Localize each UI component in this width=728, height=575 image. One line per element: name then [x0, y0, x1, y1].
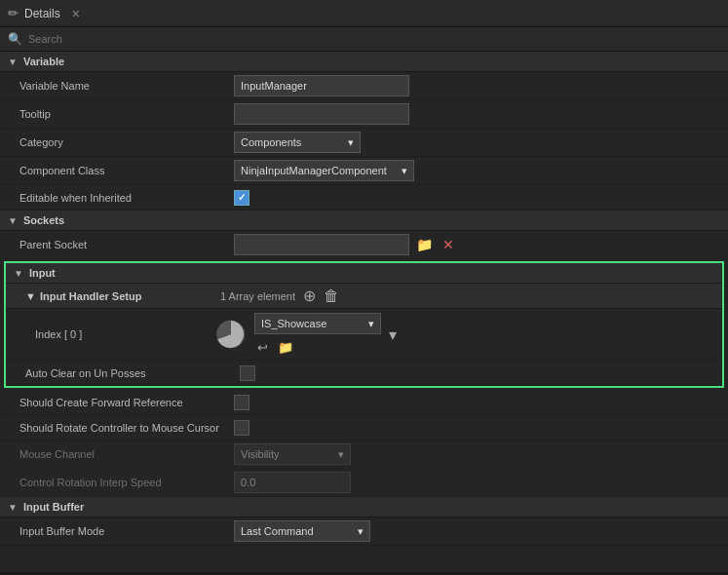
- search-icon: 🔍: [8, 32, 22, 46]
- rotate-controller-label: Should Rotate Controller to Mouse Cursor: [19, 422, 234, 434]
- array-info: 1 Array element ⊕ 🗑: [220, 288, 714, 304]
- parent-socket-input-group: 📁 ✕: [234, 234, 457, 255]
- variable-section-header[interactable]: ▼ Variable: [0, 52, 728, 72]
- tooltip-input[interactable]: [234, 103, 409, 125]
- component-class-row: Component Class NinjaInputManagerCompone…: [0, 157, 728, 185]
- rotate-controller-row: Should Rotate Controller to Mouse Cursor: [0, 415, 728, 441]
- parent-socket-value: 📁 ✕: [234, 234, 720, 255]
- variable-name-label: Variable Name: [19, 80, 234, 92]
- component-class-text: NinjaInputManagerComponent: [241, 165, 387, 176]
- is-showcase-arrow: ▾: [368, 318, 374, 330]
- forward-ref-label: Should Create Forward Reference: [19, 397, 234, 408]
- is-showcase-text: IS_Showcase: [261, 318, 326, 329]
- index-expand-button[interactable]: ▾: [389, 326, 397, 344]
- sockets-section-header[interactable]: ▼ Sockets: [0, 211, 728, 231]
- panel-title: Details: [24, 7, 60, 20]
- sockets-section-arrow: ▼: [8, 215, 18, 226]
- input-handler-arrow: ▼: [25, 290, 36, 302]
- forward-ref-value: [234, 395, 720, 410]
- component-class-dropdown[interactable]: NinjaInputManagerComponent ▾: [234, 160, 414, 181]
- input-buffer-section-header[interactable]: ▼ Input Buffer: [0, 497, 728, 518]
- control-rotation-value: [234, 472, 720, 493]
- component-class-label: Component Class: [19, 165, 234, 176]
- checkmark: ✓: [238, 192, 246, 203]
- socket-browse-button[interactable]: 📁: [413, 236, 436, 253]
- add-array-element-button[interactable]: ⊕: [303, 288, 316, 304]
- category-label: Category: [19, 136, 234, 148]
- input-buffer-mode-label: Input Buffer Mode: [19, 525, 234, 537]
- index-sub-icons: ↩ 📁: [254, 339, 381, 356]
- category-dropdown-text: Components: [241, 136, 301, 148]
- tooltip-label: Tooltip: [19, 108, 234, 120]
- parent-socket-input[interactable]: [234, 234, 409, 255]
- input-buffer-arrow: ▼: [8, 502, 18, 513]
- auto-clear-row: Auto Clear on Un Posses: [6, 361, 722, 386]
- delete-array-element-button[interactable]: 🗑: [324, 288, 339, 304]
- input-section-header[interactable]: ▼ Input: [6, 263, 722, 284]
- control-rotation-label: Control Rotation Interp Speed: [19, 477, 234, 488]
- editable-inherited-checkbox[interactable]: ✓: [234, 190, 249, 206]
- category-row: Category Components ▾: [0, 129, 728, 157]
- title-bar: ✏ Details ×: [0, 0, 728, 27]
- mouse-channel-label: Mouse Channel: [19, 448, 234, 460]
- input-buffer-mode-value: Last Command ▾: [234, 520, 720, 542]
- array-count-text: 1 Array element: [220, 290, 295, 302]
- variable-name-row: Variable Name: [0, 72, 728, 100]
- editable-inherited-row: Editable when Inherited ✓: [0, 185, 728, 211]
- index-reset-button[interactable]: ↩: [254, 339, 271, 356]
- last-command-arrow: ▾: [358, 525, 364, 538]
- input-section-label: Input: [29, 267, 56, 279]
- input-section-arrow: ▼: [14, 268, 23, 279]
- input-buffer-label: Input Buffer: [23, 501, 84, 513]
- rotate-controller-value: [234, 420, 720, 436]
- pencil-icon: ✏: [8, 6, 19, 20]
- index-label: Index [ 0 ]: [35, 328, 215, 340]
- tooltip-value: [234, 103, 720, 125]
- socket-clear-button[interactable]: ✕: [440, 236, 457, 253]
- category-dropdown-arrow: ▾: [348, 136, 354, 149]
- input-buffer-mode-row: Input Buffer Mode Last Command ▾: [0, 518, 728, 546]
- forward-ref-checkbox[interactable]: [234, 395, 249, 410]
- category-dropdown[interactable]: Components ▾: [234, 132, 361, 153]
- is-showcase-dropdown[interactable]: IS_Showcase ▾: [254, 313, 381, 334]
- variable-section-arrow: ▼: [8, 57, 18, 67]
- variable-name-input[interactable]: [234, 75, 409, 96]
- component-class-value: NinjaInputManagerComponent ▾: [234, 160, 720, 181]
- variable-section-label: Variable: [23, 56, 64, 67]
- mouse-channel-dropdown[interactable]: Visibility ▾: [234, 443, 351, 465]
- input-handler-label: ▼ Input Handler Setup: [25, 290, 220, 302]
- input-section-wrapper: ▼ Input ▼ Input Handler Setup 1 Array el…: [4, 261, 724, 388]
- parent-socket-row: Parent Socket 📁 ✕: [0, 231, 728, 259]
- category-value: Components ▾: [234, 132, 720, 153]
- variable-name-value: [234, 75, 720, 96]
- mouse-channel-value: Visibility ▾: [234, 443, 720, 465]
- comp-dropdown-arrow: ▾: [402, 165, 407, 177]
- rotate-controller-checkbox[interactable]: [234, 420, 249, 436]
- input-handler-setup-row: ▼ Input Handler Setup 1 Array element ⊕ …: [6, 284, 722, 309]
- index-value: IS_Showcase ▾ ↩ 📁 ▾: [215, 313, 714, 356]
- index-browse-button[interactable]: 📁: [275, 339, 296, 356]
- last-command-text: Last Command: [241, 525, 314, 537]
- control-rotation-input[interactable]: [234, 472, 351, 493]
- search-bar: 🔍: [0, 27, 728, 52]
- mouse-channel-row: Mouse Channel Visibility ▾: [0, 441, 728, 469]
- pie-chart-icon: [215, 319, 247, 350]
- tooltip-row: Tooltip: [0, 100, 728, 129]
- auto-clear-checkbox[interactable]: [240, 365, 255, 381]
- auto-clear-value: [240, 365, 714, 381]
- search-input[interactable]: [28, 33, 720, 45]
- mouse-channel-arrow: ▾: [338, 448, 344, 461]
- parent-socket-label: Parent Socket: [19, 239, 234, 250]
- editable-inherited-value: ✓: [234, 190, 720, 206]
- index-row: Index [ 0 ] IS_Showcase ▾ ↩ 📁: [6, 309, 722, 361]
- details-content: ▼ Variable Variable Name Tooltip Categor…: [0, 52, 728, 572]
- editable-inherited-label: Editable when Inherited: [19, 192, 234, 204]
- sockets-section-label: Sockets: [23, 214, 64, 226]
- control-rotation-row: Control Rotation Interp Speed: [0, 469, 728, 497]
- mouse-channel-text: Visibility: [241, 448, 280, 460]
- auto-clear-label: Auto Clear on Un Posses: [25, 367, 240, 379]
- close-button[interactable]: ×: [72, 7, 80, 20]
- forward-ref-row: Should Create Forward Reference: [0, 390, 728, 415]
- last-command-dropdown[interactable]: Last Command ▾: [234, 520, 370, 542]
